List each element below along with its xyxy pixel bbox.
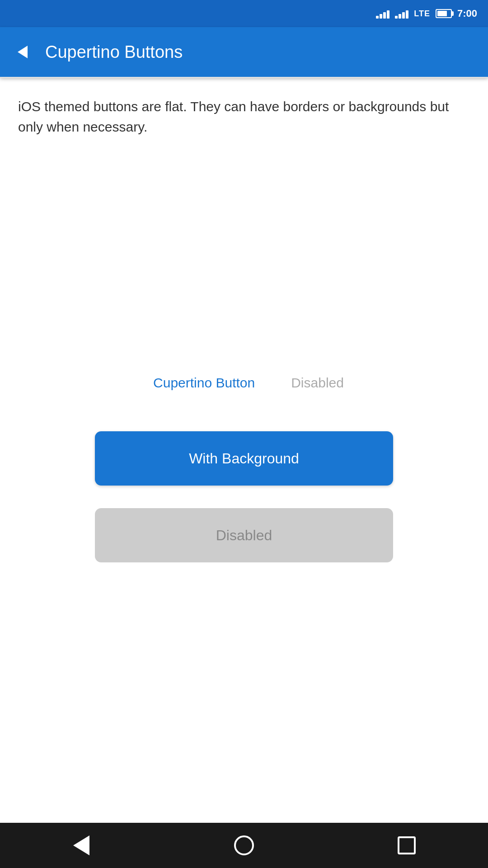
lte-badge: LTE [414,9,430,19]
wifi-icon [376,9,389,19]
disabled-flat-label: Disabled [291,375,344,391]
flat-buttons-row: Cupertino Button Disabled [0,371,488,395]
status-time: 7:00 [457,8,477,19]
back-button[interactable] [9,38,36,66]
nav-home-icon [234,835,254,855]
nav-recents-button[interactable] [389,827,425,863]
status-bar: LTE 7:00 [0,0,488,27]
back-arrow-icon [18,46,28,58]
bottom-nav-bar [0,823,488,868]
app-bar-title: Cupertino Buttons [45,42,183,62]
status-icons: LTE 7:00 [376,8,477,19]
disabled-button: Disabled [95,508,393,562]
cellular-icon [395,9,408,19]
nav-back-button[interactable] [63,827,99,863]
with-background-button[interactable]: With Background [95,431,393,486]
main-content: iOS themed buttons are flat. They can ha… [0,78,488,137]
battery-fill [437,11,447,16]
app-bar: Cupertino Buttons [0,27,488,77]
buttons-area: Cupertino Button Disabled With Backgroun… [0,371,488,562]
description-text: iOS themed buttons are flat. They can ha… [18,96,470,137]
nav-back-icon [73,835,89,855]
cupertino-button-flat[interactable]: Cupertino Button [144,371,264,395]
nav-recents-icon [398,836,416,854]
battery-icon [436,9,452,18]
nav-home-button[interactable] [226,827,262,863]
